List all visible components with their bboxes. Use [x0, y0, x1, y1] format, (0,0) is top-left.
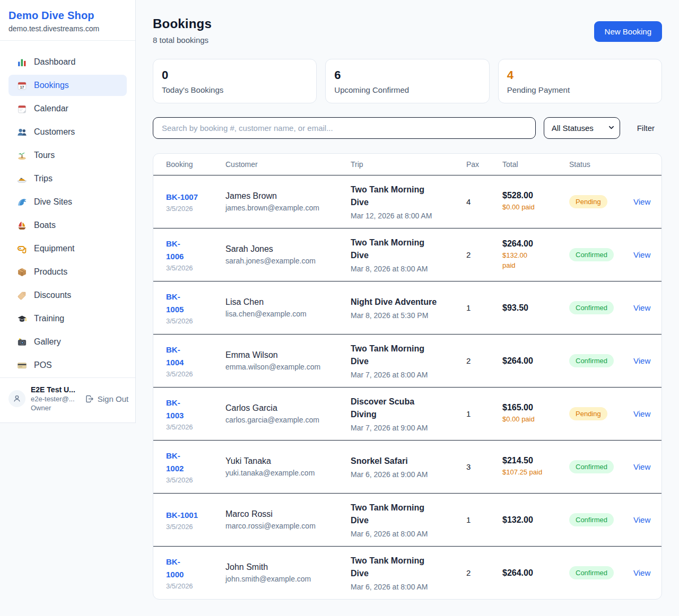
booking-id-link[interactable]: BK-1003	[166, 397, 187, 421]
total-amount: $264.00	[502, 239, 569, 249]
booking-id-link[interactable]: BK-1005	[166, 291, 187, 315]
page-title: Bookings	[153, 16, 594, 31]
status-badge: Pending	[569, 407, 607, 420]
trip-date: Mar 7, 2026 at 9:00 AM	[351, 424, 466, 432]
sidebar-item-label: Products	[34, 267, 67, 277]
customer-email: john.smith@example.com	[225, 575, 351, 583]
sidebar-item-label: Dashboard	[34, 57, 75, 67]
users-icon	[17, 127, 27, 137]
trip-date: Mar 12, 2026 at 8:00 AM	[351, 212, 466, 220]
filter-button[interactable]: Filter	[637, 124, 655, 133]
booking-id-link[interactable]: BK-1007	[166, 191, 225, 203]
stat-card-todays-bookings: 0 Today's Bookings	[153, 59, 317, 103]
sidebar-item-label: Equipment	[34, 244, 75, 253]
trip-name: Discover Scuba Diving	[351, 395, 430, 421]
table-row: BK-1000 3/5/2026 John Smith john.smith@e…	[153, 546, 661, 599]
customer-name: Sarah Jones	[225, 244, 351, 254]
sidebar-item-boats[interactable]: Boats	[8, 215, 127, 236]
sidebar-item-equipment[interactable]: Equipment	[8, 238, 127, 259]
sidebar-item-training[interactable]: Training	[8, 308, 127, 329]
pax-count: 2	[466, 568, 502, 577]
stat-card-upcoming-confirmed: 6 Upcoming Confirmed	[325, 59, 489, 103]
sign-out-button[interactable]: Sign Out	[85, 394, 128, 403]
sidebar-item-dive-sites[interactable]: Dive Sites	[8, 191, 127, 213]
trip-name: Two Tank Morning Dive	[351, 236, 430, 262]
sidebar-item-tours[interactable]: Tours	[8, 145, 127, 166]
booking-date: 3/5/2026	[166, 370, 225, 378]
new-booking-button[interactable]: New Booking	[594, 21, 662, 42]
sidebar-nav: Dashboard 17 Bookings Calendar Customers…	[0, 41, 135, 383]
paid-amount: $132.00 paid	[502, 251, 532, 271]
pax-count: 3	[466, 462, 502, 471]
pax-count: 4	[466, 197, 502, 206]
view-link[interactable]: View	[626, 409, 650, 418]
view-link[interactable]: View	[626, 515, 650, 524]
booking-date: 3/5/2026	[166, 205, 225, 213]
sidebar-item-bookings[interactable]: 17 Bookings	[8, 75, 127, 96]
status-filter-select[interactable]: All Statuses	[544, 117, 620, 139]
search-input[interactable]	[153, 117, 536, 139]
status-badge: Pending	[569, 195, 607, 208]
trip-date: Mar 6, 2026 at 8:00 AM	[351, 583, 466, 591]
sidebar-item-products[interactable]: Products	[8, 261, 127, 283]
sailboat-icon	[17, 221, 27, 231]
tag-icon	[17, 291, 27, 301]
booking-id-link[interactable]: BK-1004	[166, 344, 187, 368]
table-row: BK-1006 3/5/2026 Sarah Jones sarah.jones…	[153, 228, 661, 281]
sidebar-item-discounts[interactable]: Discounts	[8, 285, 127, 306]
page-header: Bookings 8 total bookings New Booking	[153, 16, 662, 45]
total-amount: $132.00	[502, 515, 569, 525]
trip-name: Snorkel Safari	[351, 455, 466, 468]
sidebar-item-label: Boats	[34, 221, 56, 230]
view-link[interactable]: View	[626, 356, 650, 365]
booking-id-link[interactable]: BK-1002	[166, 450, 187, 474]
view-link[interactable]: View	[626, 250, 650, 259]
column-header-pax: Pax	[466, 160, 502, 169]
booking-date: 3/5/2026	[166, 523, 225, 531]
booking-id-link[interactable]: BK-1000	[166, 556, 187, 580]
sidebar-item-label: Discounts	[34, 291, 71, 300]
sidebar-item-trips[interactable]: Trips	[8, 168, 127, 189]
sidebar-item-calendar[interactable]: Calendar	[8, 98, 127, 119]
booking-id-link[interactable]: BK-1006	[166, 237, 187, 262]
sidebar-item-gallery[interactable]: Gallery	[8, 331, 127, 353]
stat-label: Pending Payment	[507, 85, 653, 94]
view-link[interactable]: View	[626, 462, 650, 471]
view-link[interactable]: View	[626, 303, 650, 312]
pax-count: 1	[466, 409, 502, 418]
stat-value: 6	[334, 68, 480, 82]
trip-date: Mar 7, 2026 at 8:00 AM	[351, 371, 466, 379]
view-link[interactable]: View	[626, 197, 650, 206]
sidebar-item-dashboard[interactable]: Dashboard	[8, 51, 127, 73]
person-icon	[12, 394, 22, 403]
view-link[interactable]: View	[626, 568, 650, 577]
bar-chart-icon	[17, 57, 27, 67]
camera-icon	[17, 337, 27, 347]
graduation-cap-icon	[17, 314, 27, 324]
customer-name: James Brown	[225, 191, 351, 201]
sidebar-item-label: Dive Sites	[34, 197, 72, 207]
stat-label: Today's Bookings	[162, 85, 308, 94]
trip-name: Two Tank Morning Dive	[351, 183, 430, 209]
bookings-table: Booking Customer Trip Pax Total Status B…	[153, 153, 662, 600]
column-header-customer: Customer	[225, 160, 351, 169]
sidebar-item-pos[interactable]: POS	[8, 355, 127, 376]
column-header-trip: Trip	[351, 160, 466, 169]
stats-cards: 0 Today's Bookings 6 Upcoming Confirmed …	[153, 59, 662, 103]
user-section: E2E Test U... e2e-tester@... Owner Sign …	[0, 377, 135, 423]
trip-name: Two Tank Morning Dive	[351, 501, 430, 527]
status-badge: Confirmed	[569, 460, 614, 473]
customer-name: Carlos Garcia	[225, 403, 351, 413]
customer-email: marco.rossi@example.com	[225, 522, 351, 530]
column-header-status: Status	[569, 160, 626, 169]
sidebar-item-label: POS	[34, 360, 52, 370]
svg-text:17: 17	[20, 85, 24, 89]
status-badge: Confirmed	[569, 566, 614, 579]
booking-id-link[interactable]: BK-1001	[166, 509, 225, 521]
brand[interactable]: Demo Dive Shop demo.test.divestreams.com	[0, 0, 135, 41]
booking-date: 3/5/2026	[166, 423, 225, 431]
sidebar-item-customers[interactable]: Customers	[8, 121, 127, 143]
brand-name: Demo Dive Shop	[8, 10, 127, 22]
status-select-wrap: All Statuses	[544, 117, 620, 139]
pax-count: 2	[466, 250, 502, 259]
